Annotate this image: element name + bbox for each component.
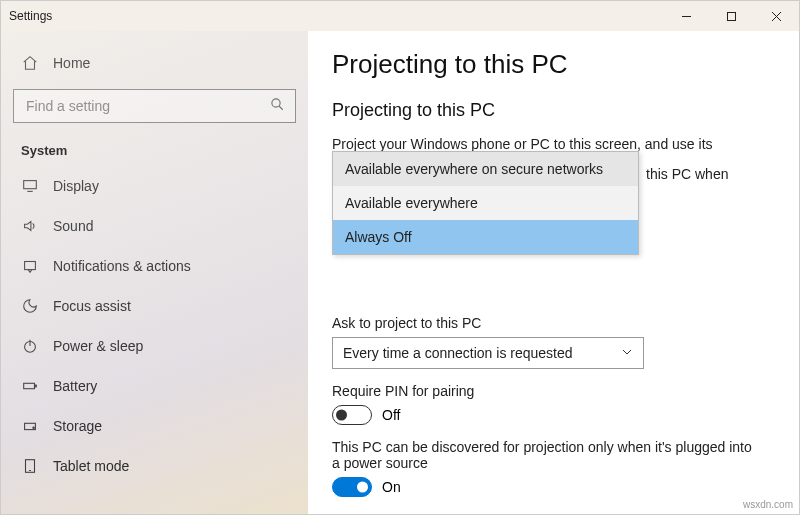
section-title: Projecting to this PC xyxy=(332,100,775,121)
svg-rect-11 xyxy=(24,383,35,388)
sidebar-item-label: Notifications & actions xyxy=(53,258,191,274)
availability-dropdown-list[interactable]: Available everywhere on secure networks … xyxy=(332,151,639,255)
discover-label: This PC can be discovered for projection… xyxy=(332,439,762,471)
page-title: Projecting to this PC xyxy=(332,49,775,80)
sidebar-item-storage[interactable]: Storage xyxy=(13,406,296,446)
titlebar: Settings xyxy=(1,1,799,31)
toggle-knob xyxy=(336,409,347,420)
toggle-knob xyxy=(357,481,368,492)
svg-point-14 xyxy=(33,427,34,428)
availability-option-secure[interactable]: Available everywhere on secure networks xyxy=(333,152,638,186)
sidebar-item-label: Battery xyxy=(53,378,97,394)
discover-toggle-state: On xyxy=(382,479,401,495)
sidebar-item-power-sleep[interactable]: Power & sleep xyxy=(13,326,296,366)
tablet-icon xyxy=(21,457,39,475)
ask-dropdown[interactable]: Every time a connection is requested xyxy=(332,337,644,369)
sidebar-item-label: Sound xyxy=(53,218,93,234)
obscured-text-fragment: this PC when xyxy=(646,166,728,182)
sidebar-item-display[interactable]: Display xyxy=(13,166,296,206)
sound-icon xyxy=(21,217,39,235)
home-icon xyxy=(21,54,39,72)
svg-line-5 xyxy=(279,106,283,110)
main-content: Projecting to this PC Projecting to this… xyxy=(308,31,799,514)
availability-option-everywhere[interactable]: Available everywhere xyxy=(333,186,638,220)
battery-icon xyxy=(21,377,39,395)
sidebar-item-sound[interactable]: Sound xyxy=(13,206,296,246)
sidebar-item-label: Tablet mode xyxy=(53,458,129,474)
search-input[interactable] xyxy=(24,97,270,115)
svg-rect-8 xyxy=(25,262,36,270)
pin-toggle-row: Off xyxy=(332,405,775,425)
discover-toggle-row: On xyxy=(332,477,775,497)
minimize-button[interactable] xyxy=(664,1,709,31)
sidebar-item-label: Focus assist xyxy=(53,298,131,314)
search-icon xyxy=(270,97,285,115)
pin-toggle-state: Off xyxy=(382,407,400,423)
sidebar-home-label: Home xyxy=(53,55,90,71)
pin-toggle[interactable] xyxy=(332,405,372,425)
sidebar-item-label: Display xyxy=(53,178,99,194)
watermark: wsxdn.com xyxy=(743,499,793,510)
sidebar: Home System Display Sound Notifications … xyxy=(1,31,308,514)
sidebar-item-tablet-mode[interactable]: Tablet mode xyxy=(13,446,296,486)
search-box[interactable] xyxy=(13,89,296,123)
sidebar-item-label: Power & sleep xyxy=(53,338,143,354)
sidebar-item-notifications[interactable]: Notifications & actions xyxy=(13,246,296,286)
sidebar-home[interactable]: Home xyxy=(13,43,296,83)
close-button[interactable] xyxy=(754,1,799,31)
svg-rect-6 xyxy=(24,181,37,189)
ask-dropdown-value: Every time a connection is requested xyxy=(343,345,573,361)
sidebar-item-label: Storage xyxy=(53,418,102,434)
discover-toggle[interactable] xyxy=(332,477,372,497)
storage-icon xyxy=(21,417,39,435)
window-controls xyxy=(664,1,799,31)
ask-label: Ask to project to this PC xyxy=(332,315,775,331)
svg-rect-12 xyxy=(35,385,37,387)
sidebar-item-focus-assist[interactable]: Focus assist xyxy=(13,286,296,326)
settings-window: Settings Home xyxy=(0,0,800,515)
sidebar-category: System xyxy=(13,137,296,166)
maximize-button[interactable] xyxy=(709,1,754,31)
window-title: Settings xyxy=(9,9,52,23)
svg-rect-1 xyxy=(728,12,736,20)
chevron-down-icon xyxy=(621,345,633,361)
focus-assist-icon xyxy=(21,297,39,315)
notifications-icon xyxy=(21,257,39,275)
power-icon xyxy=(21,337,39,355)
window-body: Home System Display Sound Notifications … xyxy=(1,31,799,514)
sidebar-item-battery[interactable]: Battery xyxy=(13,366,296,406)
display-icon xyxy=(21,177,39,195)
pin-label: Require PIN for pairing xyxy=(332,383,775,399)
availability-option-off[interactable]: Always Off xyxy=(333,220,638,254)
svg-point-4 xyxy=(272,99,280,107)
